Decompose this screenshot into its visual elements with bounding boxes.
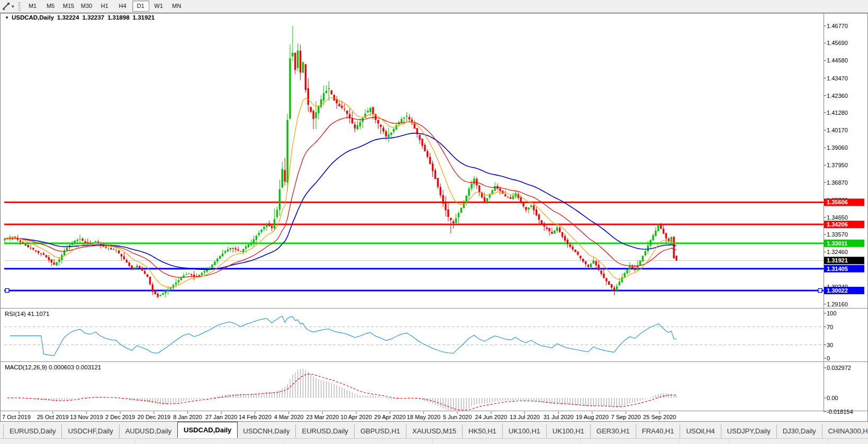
price-level-chip-text: 1.33011 [827,240,847,247]
candle-body [30,248,31,249]
date-axis-label: 20 Dec 2019 [138,414,170,420]
candle-body [362,118,364,122]
candle-body [305,64,306,90]
status-divider [135,439,137,444]
date-axis-label: 23 Mar 2020 [306,414,339,420]
candle-body [302,62,304,73]
chart-tab-usoil-h4[interactable]: USOil,H4 [680,424,721,438]
chart-tab-usdjpy-daily[interactable]: USDJPY,Daily [721,424,777,438]
date-axis-label: 13 Nov 2019 [70,414,103,420]
trading-terminal: { "toolbar": { "chart_tool_icon": "chart… [0,0,868,444]
candle-body [649,240,651,246]
candle-body [458,213,459,218]
candle-body [450,218,451,220]
candle-body [421,139,423,146]
candle-body [556,228,558,231]
candle-body [390,132,392,134]
candle-body [110,248,112,250]
price-level-chip[interactable]: 1.34206 [824,221,864,228]
line-drag-handle [5,288,9,292]
candle-body [157,294,158,297]
candle-body [671,237,672,242]
chart-tab-usdchf-daily[interactable]: USDCHF,Daily [62,424,119,438]
candle-body [20,240,21,242]
macd-axis-tick-label: 0.032972 [827,365,851,371]
candle-body [590,264,592,267]
candle-body [437,178,439,187]
candle-body [544,223,545,226]
chart-tab-hk50-h1[interactable]: HK50,H1 [463,424,503,438]
chart-tab-usdcad-daily[interactable]: USDCAD,Daily [177,422,238,438]
candle-body [323,93,324,101]
chart-tab-fra40-h1[interactable]: FRA40,H1 [636,424,681,438]
candle-body [504,194,506,196]
candle-body [14,237,16,237]
status-divider [333,439,334,444]
chart-tab-uk100-h1[interactable]: UK100,H1 [547,424,591,438]
candle-body [585,261,586,265]
date-axis-label: 19 Aug 2020 [576,414,609,420]
price-chart-canvas[interactable]: 1.467701.456901.445801.434701.423601.412… [0,0,868,444]
candle-body [300,51,301,73]
candle-body [185,274,187,275]
candle-body [107,249,109,249]
candle-body [214,261,215,265]
price-level-chip[interactable]: 1.30022 [824,287,864,294]
candle-body [58,259,60,262]
price-level-chip[interactable]: 1.35606 [824,198,864,206]
status-divider [531,439,532,444]
candle-body [149,277,151,284]
candle-body [279,189,281,210]
candle-body [525,207,527,210]
chart-tab-bar: EURUSD,DailyUSDCHF,DailyAUDUSD,DailyUSDC… [0,422,868,438]
candle-body [147,275,148,277]
candle-body [655,231,656,236]
chart-tab-usdcnh-daily[interactable]: USDCNH,Daily [237,424,296,438]
candle-body [286,120,288,183]
price-level-chip[interactable]: 1.33011 [824,240,864,247]
chart-tab-xauusd-m15[interactable]: XAUUSD,M15 [406,424,463,438]
price-axis-tick-label: 1.40170 [827,127,848,133]
candle-body [388,134,390,137]
current-price-chip[interactable]: 1.31921 [824,257,864,264]
candle-body [191,274,192,275]
price-axis-tick-label: 1.37950 [827,162,848,168]
candle-body [577,252,578,255]
candle-body [338,104,340,106]
chart-tab-china300-h1[interactable]: CHINA300,H1 [822,424,868,438]
candle-body [673,237,675,259]
candle-body [494,186,495,191]
symbol-dropdown-icon[interactable]: ▼ [5,15,9,20]
candle-body [266,224,267,227]
chart-tab-dj30-daily[interactable]: DJ30,Daily [777,424,822,438]
chart-tab-eurusd-daily[interactable]: EURUSD,Daily [3,424,62,438]
candle-body [167,289,169,291]
candle-body [616,286,618,291]
candle-body [510,197,511,199]
candle-body [460,208,462,213]
chart-tab-eurusd-daily[interactable]: EURUSD,Daily [296,424,354,438]
candle-body [129,262,130,266]
candle-body [27,245,29,247]
candle-body [188,273,189,274]
candle-body [548,228,550,231]
candle-body [377,120,379,124]
candle-body [258,233,260,235]
candle-body [395,125,397,130]
candle-body [204,271,205,273]
price-level-chip[interactable]: 1.31405 [824,265,864,273]
candle-body [663,229,664,233]
chart-tab-gbpusd-h1[interactable]: GBPUSD,H1 [355,424,406,438]
candle-body [123,256,125,259]
chart-tab-ger30-h1[interactable]: GER30,H1 [591,424,636,438]
chart-tab-audusd-daily[interactable]: AUDUSD,Daily [120,424,178,438]
price-axis-tick-label: 1.43470 [827,75,848,81]
rsi-axis-tick-label: 100 [827,310,836,316]
candle-body [406,116,408,117]
price-axis-tick-label: 1.33570 [827,231,848,238]
date-axis-label: 24 Jun 2020 [475,414,508,420]
candle-body [268,223,270,226]
candle-body [139,266,140,268]
chart-tab-uk100-h1[interactable]: UK100,H1 [503,424,547,438]
candle-body [66,248,68,250]
